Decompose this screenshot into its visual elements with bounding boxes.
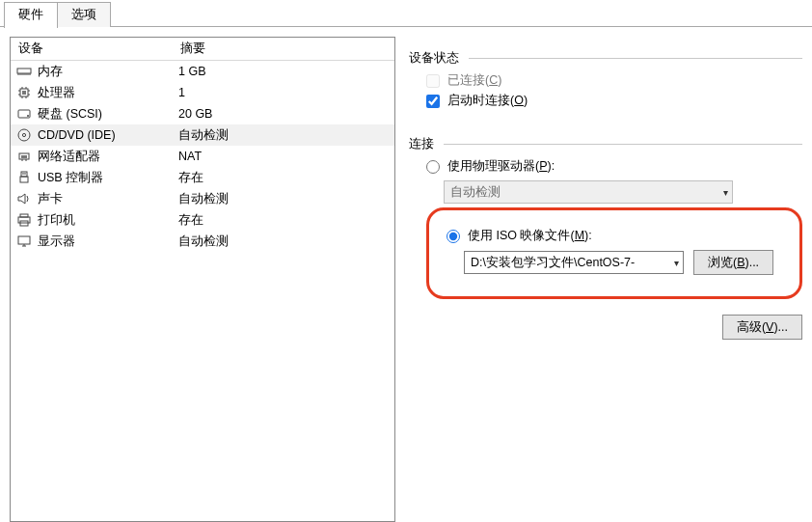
- svg-point-20: [18, 129, 30, 141]
- use-physical-drive-radio[interactable]: [426, 160, 440, 174]
- use-iso-file-label: 使用 ISO 映像文件(M):: [468, 228, 592, 244]
- device-row[interactable]: CD/DVD (IDE)自动检测: [11, 124, 394, 146]
- svg-point-19: [27, 115, 29, 117]
- tab-hardware[interactable]: 硬件: [4, 2, 58, 28]
- device-summary: NAT: [173, 150, 394, 163]
- browse-button[interactable]: 浏览(B)...: [693, 250, 773, 275]
- memory-icon: [16, 64, 32, 79]
- device-summary: 20 GB: [173, 107, 394, 121]
- iso-path-combo[interactable]: D:\安装包学习文件\CentOS-7- ▾: [464, 251, 684, 274]
- sound-icon: [16, 191, 32, 206]
- svg-rect-26: [21, 172, 27, 177]
- device-summary: 自动检测: [173, 127, 394, 144]
- use-physical-drive-row[interactable]: 使用物理驱动器(P):: [426, 158, 802, 175]
- device-list-header: 设备 摘要: [11, 38, 394, 61]
- main-area: 设备 摘要 内存1 GB处理器1硬盘 (SCSI)20 GBCD/DVD (ID…: [0, 27, 812, 522]
- device-summary: 存在: [173, 212, 394, 229]
- printer-icon: [16, 212, 32, 228]
- device-name: USB 控制器: [38, 170, 103, 186]
- device-status-title: 设备状态: [409, 50, 459, 67]
- chevron-down-icon[interactable]: ▾: [674, 258, 679, 268]
- device-name: 声卡: [38, 191, 63, 207]
- svg-rect-34: [18, 236, 30, 244]
- connected-checkbox: [426, 74, 440, 88]
- device-row[interactable]: 内存1 GB: [11, 61, 394, 82]
- device-name: 显示器: [38, 234, 75, 250]
- disk-icon: [16, 106, 32, 122]
- settings-panel: 设备状态 已连接(C) 启动时连接(O): [409, 37, 802, 522]
- device-row[interactable]: 网络适配器NAT: [11, 146, 394, 167]
- physical-drive-value: 自动检测: [450, 184, 501, 201]
- advanced-button[interactable]: 高级(V)...: [722, 315, 802, 340]
- use-iso-file-radio[interactable]: [447, 230, 460, 243]
- connect-at-poweron-row[interactable]: 启动时连接(O): [426, 93, 802, 109]
- svg-rect-28: [23, 173, 24, 175]
- device-list: 设备 摘要 内存1 GB处理器1硬盘 (SCSI)20 GBCD/DVD (ID…: [10, 37, 395, 522]
- tab-strip: 硬件 选项: [0, 0, 812, 27]
- device-summary: 自动检测: [173, 191, 394, 207]
- svg-rect-29: [25, 173, 26, 175]
- connected-checkbox-row: 已连接(C): [426, 72, 802, 89]
- device-status-group: 设备状态 已连接(C) 启动时连接(O): [409, 42, 802, 115]
- use-iso-file-row[interactable]: 使用 ISO 映像文件(M):: [447, 228, 786, 244]
- iso-callout: 使用 ISO 映像文件(M): D:\安装包学习文件\CentOS-7- ▾ 浏…: [426, 207, 802, 299]
- connection-title: 连接: [409, 136, 434, 152]
- svg-rect-9: [22, 91, 26, 95]
- device-summary: 1 GB: [173, 65, 394, 78]
- device-row[interactable]: 硬盘 (SCSI)20 GB: [11, 103, 394, 124]
- connected-label: 已连接(C): [447, 72, 501, 89]
- device-summary: 1: [173, 86, 394, 99]
- device-name: 打印机: [38, 212, 75, 229]
- device-name: CD/DVD (IDE): [38, 128, 116, 142]
- device-list-body: 内存1 GB处理器1硬盘 (SCSI)20 GBCD/DVD (IDE)自动检测…: [11, 61, 394, 252]
- header-device: 设备: [11, 38, 173, 60]
- display-icon: [16, 234, 32, 249]
- device-name: 硬盘 (SCSI): [38, 106, 102, 123]
- device-name: 网络适配器: [38, 149, 100, 165]
- svg-point-21: [22, 133, 25, 136]
- svg-rect-27: [20, 177, 28, 182]
- usb-icon: [16, 170, 32, 185]
- network-icon: [16, 149, 32, 164]
- advanced-row: 高级(V)...: [409, 315, 802, 340]
- connection-group: 连接 使用物理驱动器(P): 自动检测 ▾: [409, 128, 802, 301]
- device-row[interactable]: USB 控制器存在: [11, 167, 394, 188]
- device-name: 内存: [38, 64, 63, 80]
- header-summary: 摘要: [173, 38, 394, 60]
- connect-at-poweron-label: 启动时连接(O): [447, 93, 528, 109]
- svg-rect-23: [21, 155, 27, 158]
- device-name: 处理器: [38, 85, 75, 101]
- connect-at-poweron-checkbox[interactable]: [426, 95, 440, 108]
- svg-rect-0: [17, 69, 31, 73]
- svg-marker-30: [18, 194, 25, 204]
- iso-path-value: D:\安装包学习文件\CentOS-7-: [471, 255, 635, 271]
- physical-drive-combo: 自动检测 ▾: [444, 180, 733, 204]
- cpu-icon: [16, 85, 32, 100]
- device-summary: 存在: [173, 170, 394, 186]
- use-physical-drive-label: 使用物理驱动器(P):: [447, 158, 555, 175]
- cd-icon: [16, 127, 32, 143]
- group-divider: [469, 58, 802, 59]
- device-row[interactable]: 声卡自动检测: [11, 188, 394, 209]
- tab-options[interactable]: 选项: [57, 2, 111, 27]
- device-row[interactable]: 处理器1: [11, 82, 394, 103]
- device-summary: 自动检测: [173, 234, 394, 250]
- chevron-down-icon: ▾: [723, 187, 728, 198]
- device-row[interactable]: 打印机存在: [11, 209, 394, 231]
- group-divider: [444, 144, 802, 145]
- device-row[interactable]: 显示器自动检测: [11, 231, 394, 252]
